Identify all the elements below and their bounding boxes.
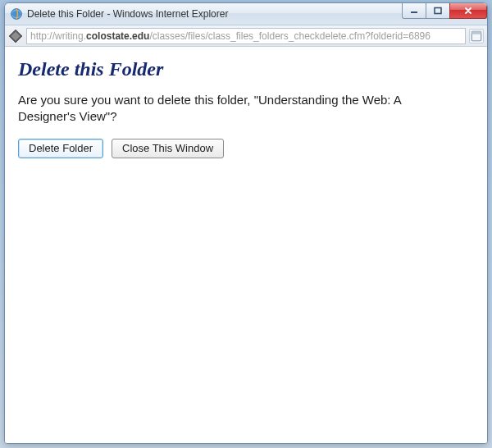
window-controls [403,3,487,19]
svg-rect-1 [411,11,417,13]
close-window-button[interactable]: Close This Window [112,139,224,158]
maximize-button[interactable] [426,3,450,19]
url-domain: colostate.edu [86,30,149,42]
delete-folder-button[interactable]: Delete Folder [18,139,103,158]
confirmation-text: Are you sure you want to delete this fol… [18,92,461,126]
window-title: Delete this Folder - Windows Internet Ex… [27,8,228,20]
minimize-button[interactable] [402,3,426,19]
url-field[interactable]: http://writing.colostate.edu/classes/fil… [26,28,466,44]
svg-rect-6 [472,31,481,34]
titlebar[interactable]: Delete this Folder - Windows Internet Ex… [5,3,487,25]
close-button[interactable] [449,3,487,19]
compat-view-icon[interactable] [469,29,484,43]
browser-window: Delete this Folder - Windows Internet Ex… [4,2,488,444]
ie-favicon-icon [10,7,23,21]
page-content: Delete this Folder Are you sure you want… [5,47,487,443]
button-row: Delete Folder Close This Window [18,139,474,158]
url-subdomain: writing. [55,30,86,42]
nav-icon[interactable] [8,29,23,43]
page-heading: Delete this Folder [18,58,474,80]
url-scheme: http:// [30,30,55,42]
url-path: /classes/files/class_files_folders_check… [149,30,430,42]
svg-rect-2 [435,8,441,14]
address-bar: http://writing.colostate.edu/classes/fil… [5,25,487,47]
